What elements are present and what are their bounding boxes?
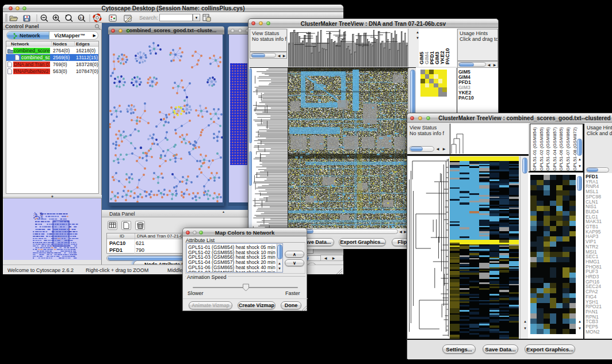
svg-text:GPL51-07 (GSM868): GPL51-07 (GSM868) <box>565 127 571 171</box>
svg-text:GPL51-01 (GSM854): GPL51-01 (GSM854) <box>532 127 537 171</box>
svg-text:PAC10: PAC10 <box>445 48 450 64</box>
svg-text:GPL51-06 (GSM865): GPL51-06 (GSM865) <box>559 127 564 171</box>
svg-text:GPL51-04 (GSM857): GPL51-04 (GSM857) <box>552 127 557 171</box>
svg-text:GPL51-02 (GSM855): GPL51-02 (GSM855) <box>539 127 544 171</box>
svg-text:1:1: 1:1 <box>79 16 84 20</box>
svg-text:GPL51-03 (GSM856): GPL51-03 (GSM856) <box>545 127 550 171</box>
